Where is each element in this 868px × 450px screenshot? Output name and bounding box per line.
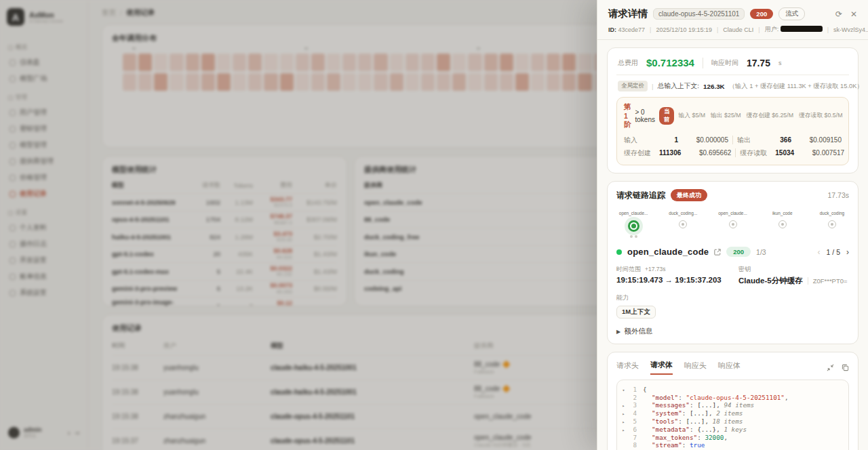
tab-item[interactable]: 请求头	[616, 361, 639, 374]
trace-node-label: ikun_code	[772, 211, 793, 216]
fold-chevron-icon[interactable]: ▸	[620, 404, 627, 409]
pricing-scope-badge: 全局定价	[618, 81, 648, 91]
json-line: ▸4"system": [...], 2 items	[620, 409, 843, 417]
trace-card: 请求链路追踪 最终成功 17.73s open_claude...duck_co…	[607, 181, 859, 344]
stream-badge: 流式	[778, 7, 805, 20]
key-value: Z0F***PT0=	[813, 277, 848, 285]
line-number: 5	[627, 417, 637, 425]
fold-chevron-icon[interactable]: ▸	[620, 420, 627, 426]
json-viewer[interactable]: ▾1{2"model": "claude-opus-4-5-20251101",…	[616, 380, 849, 450]
trace-node[interactable]: open_claude...	[715, 211, 749, 238]
fold-chevron-icon[interactable]: ▸	[620, 412, 627, 417]
line-number: 6	[627, 426, 637, 433]
close-icon[interactable]: ✕	[850, 10, 857, 18]
key-name: Claude-5分钟缓存	[738, 276, 803, 286]
json-line: 7"max_tokens": 32000,	[620, 434, 843, 441]
request-user: 用户:	[765, 25, 823, 34]
trace-node[interactable]: ikun_code	[766, 211, 800, 238]
copy-icon[interactable]	[842, 364, 849, 371]
request-meta: ID: 43cede77 | 2025/12/10 19:15:19 | Cla…	[608, 25, 857, 34]
tier-current-badge: 当前	[659, 107, 675, 125]
trace-status-badge: 最终成功	[671, 189, 707, 201]
line-number: 8	[627, 441, 637, 449]
json-line: 8"stream": true	[620, 441, 843, 449]
tier-rate: 输出 $25/M	[711, 112, 741, 120]
tab-item[interactable]: 响应头	[684, 361, 707, 374]
app-window: A AxMon AI Gateway Console 概览仪表盘模型广场管理用户…	[0, 0, 868, 450]
api-key: sk-WvzlSy4...uwgB	[833, 26, 868, 33]
trace-node-idle-icon[interactable]	[729, 220, 737, 228]
trace-node[interactable]: open_claude...	[616, 211, 650, 238]
time-range-value: 19:15:19.473 → 19:15:37.203	[616, 276, 738, 284]
trace-duration: 17.73s	[827, 191, 849, 199]
context-summary: 全局定价 | 总输入上下文: 126.3K （输入 1 + 缓存创建 111.3…	[616, 75, 849, 97]
tier-rates: 输入 $5/M输出 $25/M缓存创建 $6.25/M缓存读取 $0.5/M	[678, 112, 842, 120]
key-field: 密钥 Claude-5分钟缓存 Z0F***PT0=	[738, 265, 849, 286]
fold-chevron-icon[interactable]: ▾	[620, 388, 627, 394]
request-time: 2025/12/10 19:15:19	[656, 26, 712, 33]
tier-range: > 0 tokens	[635, 108, 655, 123]
trace-node-active-icon[interactable]	[628, 220, 639, 232]
drawer-body: 总费用 $0.712334 响应时间 17.75 s 全局定价 | 总输入上下文…	[597, 40, 868, 450]
trace-node[interactable]: duck_coding	[815, 211, 849, 238]
drawer-header: 请求详情 claude-opus-4-5-20251101 200 流式 ⟳ ✕…	[597, 0, 868, 40]
tier-data-row: 输入1$0.000005输出366$0.009150	[624, 134, 842, 146]
pager-position: 1 / 5	[827, 248, 840, 256]
line-number: 1	[627, 386, 637, 393]
time-offset: +17.73s	[645, 266, 666, 272]
total-cost-value: $0.712334	[646, 57, 694, 68]
trace-node-idle-icon[interactable]	[828, 220, 836, 228]
refresh-icon[interactable]: ⟳	[835, 10, 842, 18]
json-line: ▸6"metadata": {...}, 1 keys	[620, 426, 843, 434]
json-line: 2"model": "claude-opus-4-5-20251101",	[620, 394, 843, 401]
json-line: ▸3"messages": [...], 94 items	[620, 401, 843, 409]
trace-title: 请求链路追踪	[616, 190, 665, 201]
status-badge: 200	[750, 9, 773, 19]
response-time-label: 响应时间	[711, 58, 738, 68]
model-badge: claude-opus-4-5-20251101	[653, 8, 745, 20]
tier-name: 第 1 阶	[624, 102, 631, 129]
node-status-badge: 200	[726, 247, 751, 257]
fold-chevron-icon[interactable]: ▸	[620, 428, 627, 434]
payload-card: 请求头请求体响应头响应体 ▾1{2"model": "claude-opus-4…	[607, 352, 859, 450]
redacted-username	[781, 26, 823, 32]
trace-node-label: duck_coding...	[669, 211, 697, 216]
collapse-icon[interactable]	[827, 364, 834, 371]
tier-rate: 缓存创建 $6.25/M	[747, 112, 793, 120]
tab-item[interactable]: 响应体	[718, 361, 741, 374]
request-client: Claude CLI	[723, 26, 753, 33]
total-cost-label: 总费用	[618, 58, 638, 68]
external-link-icon[interactable]	[714, 249, 721, 255]
success-dot-icon	[616, 249, 622, 255]
trace-node-label: duck_coding	[820, 211, 845, 216]
drawer-title: 请求详情	[608, 7, 648, 20]
pager-next-icon[interactable]: ›	[846, 247, 849, 257]
context-detail: （输入 1 + 缓存创建 111.3K + 缓存读取 15.0K）	[729, 82, 863, 91]
trace-node-label: open_claude...	[619, 211, 648, 216]
payload-tabs: 请求头请求体响应头响应体	[616, 360, 849, 375]
capability-field: 能力 1M上下文	[616, 293, 738, 319]
tier-rate: 输入 $5/M	[678, 112, 705, 120]
pricing-tier-box: 第 1 阶 > 0 tokens 当前 输入 $5/M输出 $25/M缓存创建 …	[616, 97, 849, 165]
tab-active[interactable]: 请求体	[650, 360, 673, 375]
pager-prev-icon[interactable]: ‹	[818, 247, 821, 257]
json-line: ▸5"tools": [...], 18 items	[620, 417, 843, 426]
capability-tag: 1M上下文	[616, 306, 656, 319]
line-number: 2	[627, 394, 637, 401]
trace-timeline: open_claude...duck_coding...open_claude.…	[616, 211, 849, 238]
response-time-value: 17.75	[747, 58, 770, 68]
trace-node-idle-icon[interactable]	[679, 220, 687, 228]
line-number: 3	[627, 401, 637, 409]
tier-rate: 缓存读取 $0.5/M	[799, 112, 843, 120]
trace-node[interactable]: duck_coding...	[666, 211, 700, 238]
trace-node-label: open_claude...	[718, 211, 747, 216]
trace-node-idle-icon[interactable]	[778, 220, 787, 228]
caret-right-icon: ▶	[616, 329, 620, 335]
extra-info-toggle[interactable]: ▶ 额外信息	[616, 327, 849, 336]
cost-card: 总费用 $0.712334 响应时间 17.75 s 全局定价 | 总输入上下文…	[607, 47, 859, 173]
json-line: ▾1{	[620, 386, 843, 394]
line-number: 4	[627, 409, 637, 417]
time-range-field: 时间范围 +17.73s 19:15:19.473 → 19:15:37.203	[616, 265, 738, 286]
context-total: 126.3K	[703, 83, 725, 90]
request-id: 43cede77	[618, 26, 646, 33]
